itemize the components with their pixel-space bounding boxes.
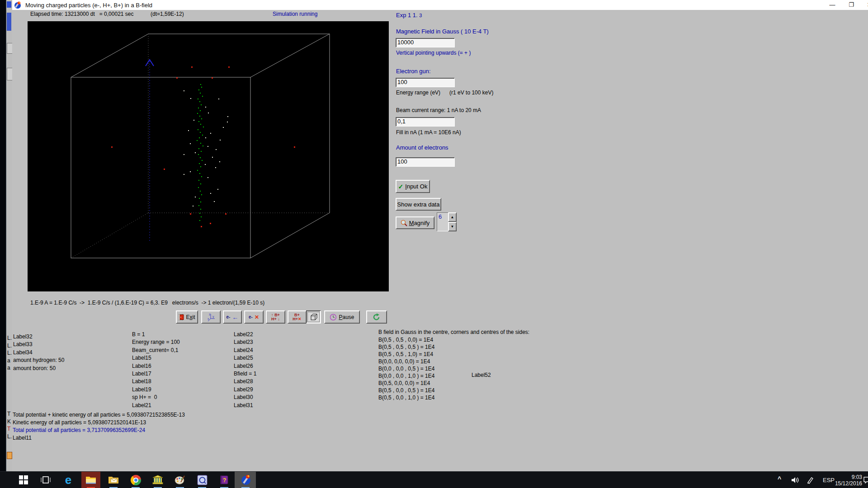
exit-door-icon [179, 314, 184, 320]
particle-green [200, 132, 201, 133]
label: Label29 [234, 386, 256, 394]
particle-white [195, 197, 196, 197]
restart-button[interactable] [366, 310, 387, 324]
label: Label28 [234, 378, 256, 386]
label: B(0,0 , 0,0 , 1,0 ) = 1E4 [378, 373, 434, 380]
label: B(0,5, 0,0, 0,0) = 1E4 [378, 380, 434, 387]
magnify-value-box[interactable]: 6 [437, 212, 449, 231]
taskbar-paint-button[interactable] [174, 474, 186, 486]
show-extra-data-button[interactable]: Show extra data [396, 198, 441, 211]
label: Label32 [13, 333, 64, 341]
particle-white [219, 161, 220, 162]
particle-green [201, 216, 202, 217]
axes-button[interactable]: z y x [201, 310, 221, 324]
magnifier-icon [401, 220, 407, 226]
taskbar-mail-button[interactable] [108, 474, 119, 486]
particle-white [223, 127, 224, 128]
electron-gun-label: Electron gun: [396, 68, 431, 75]
particle-green [199, 101, 200, 102]
torch-app-icon [241, 474, 251, 485]
start-button[interactable] [18, 474, 29, 486]
bfield-summary-list: B(0,5 , 0,5 , 0,0) = 1E4B(0,5 , 0,5 , 0,… [378, 337, 434, 402]
label: a [7, 365, 12, 372]
particle-green [198, 187, 199, 188]
electron-gun-input[interactable]: 100 [396, 78, 455, 87]
cube-view-toggle[interactable] [306, 310, 321, 324]
exit-button[interactable]: Exit [176, 310, 198, 324]
restore-button[interactable]: ❐ [844, 0, 858, 10]
particle-green [198, 180, 199, 181]
particle-white [184, 90, 184, 91]
particle-green [200, 93, 201, 94]
experiment-label-text: Exp 1 1. [396, 12, 418, 19]
notification-center-icon[interactable] [863, 476, 868, 488]
spinner-down-button[interactable]: ▼ [448, 222, 457, 231]
potential-energy-text: Total potential of all particles = 3,713… [13, 427, 145, 433]
particle-green [200, 209, 201, 210]
experiment-number: 3 [419, 13, 422, 18]
particle-white [208, 177, 208, 178]
task-view-button[interactable] [40, 474, 52, 486]
label: Label18 [132, 378, 180, 386]
bfield-input[interactable]: 10000 [396, 38, 455, 47]
particle-green [200, 110, 201, 111]
taskbar-explorer-button[interactable] [85, 474, 97, 486]
label: amount hydrogen: 50 [13, 357, 64, 365]
taskbar-media-app-button[interactable] [196, 474, 208, 486]
particle-green [201, 151, 202, 152]
particle-white [205, 164, 206, 165]
taskbar-bank-app-button[interactable] [152, 474, 164, 486]
ion-remove-button[interactable]: B+ H+✕ [288, 310, 307, 324]
label: L. [7, 335, 12, 343]
particle-red [228, 66, 230, 68]
pen-icon[interactable] [807, 476, 814, 488]
conversion-text: 1.E-9 A = 1.E-9 C/s -> 1.E-9 C/s / (1,6.… [30, 300, 264, 306]
label: Label31 [234, 402, 256, 410]
taskbar-chrome-button[interactable] [130, 474, 142, 486]
minimize-button[interactable]: — [826, 0, 839, 10]
paint-palette-icon [175, 475, 185, 485]
particle-red [176, 77, 178, 79]
particle-green [198, 129, 198, 130]
background-window-icon [7, 1, 11, 8]
particle-green [198, 99, 198, 99]
svg-text:x: x [208, 317, 209, 320]
particle-red [164, 169, 165, 170]
close-button[interactable]: ✕ [863, 0, 868, 10]
label: Beam_current= 0,1 [132, 347, 180, 355]
tray-chevron[interactable]: ^ [778, 475, 781, 488]
input-ok-button[interactable]: ✓ Input Ok [396, 180, 430, 193]
particle-green [199, 198, 200, 199]
electron-amount-input[interactable]: 100 [396, 157, 455, 167]
pause-button[interactable]: Pause [324, 310, 360, 324]
label: B(0,5 , 0,5 , 0,0) = 1E4 [378, 337, 434, 344]
label: L. [7, 343, 12, 350]
volume-icon[interactable] [791, 477, 800, 488]
label: T [7, 426, 12, 433]
electron-remove-button[interactable]: e- ✕ [244, 310, 264, 324]
taskbar-help-book-button[interactable]: ? [218, 474, 230, 486]
particle-red [210, 223, 211, 224]
label11: Label11 [13, 435, 32, 441]
clock[interactable]: 9:03 15/12/2016 [834, 474, 862, 488]
particle-white [218, 99, 219, 99]
particle-white [208, 113, 209, 113]
edge-icon: e [65, 474, 71, 485]
label: B(0,5 , 0,5 , 0,5 ) = 1E4 [378, 344, 434, 351]
spinner-up-button[interactable]: ▲ [448, 212, 457, 222]
taskbar-edge-button[interactable]: e [62, 474, 74, 486]
electron-trace-button[interactable]: e- ← [223, 310, 242, 324]
taskbar-active-app-button[interactable] [240, 474, 252, 486]
particle-green [201, 104, 202, 105]
ion-add-button[interactable]: ↑ B+ H+ ↓ [266, 310, 285, 324]
particle-red [201, 226, 202, 227]
magnify-button[interactable]: Magnify [396, 216, 434, 229]
refresh-icon [373, 313, 381, 321]
particle-green [200, 157, 201, 158]
particle-green [199, 173, 200, 174]
label: Label21 [132, 402, 180, 410]
label: Label30 [234, 394, 256, 402]
background-window-energy-labels: TKTL. [7, 411, 12, 441]
language-indicator[interactable]: ESP [823, 477, 835, 488]
beam-current-input[interactable]: 0,1 [396, 117, 455, 127]
